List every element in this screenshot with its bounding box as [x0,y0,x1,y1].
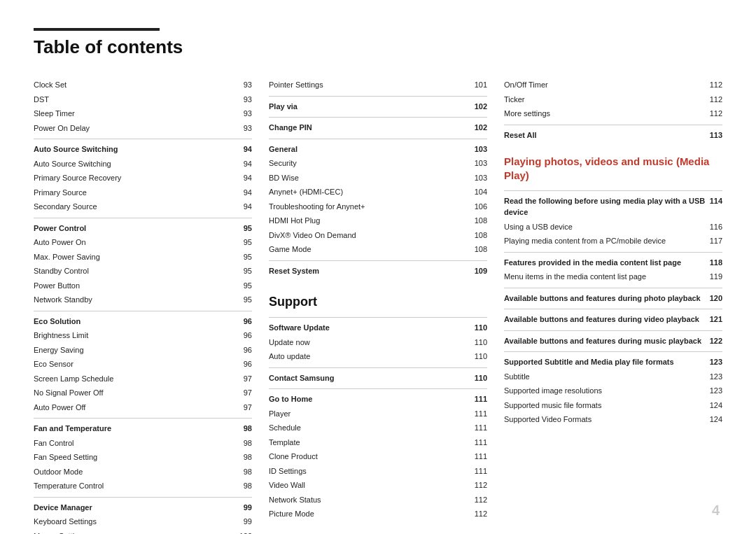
toc-page: 124 [706,400,722,412]
toc-label: Clock Set [34,79,66,91]
toc-page: 103 [470,143,487,155]
toc-item: General103 [269,142,487,157]
toc-page: 96 [235,344,252,356]
toc-item: BD Wise103 [269,171,487,185]
toc-page: 122 [706,335,722,347]
toc-page: 93 [235,94,252,106]
toc-item: Contact Samsung110 [269,371,487,386]
toc-item: Play via102 [269,99,487,114]
toc-page: 96 [235,330,252,342]
toc-label: Device Manager [34,502,92,514]
toc-item: Auto Source Switching94 [34,142,252,157]
toc-label: Auto Source Switching [34,143,118,155]
toc-label: Temperature Control [34,480,104,492]
toc-page: 94 [235,201,252,213]
toc-item: Software Update110 [269,321,487,335]
toc-item: Brightness Limit96 [34,328,252,343]
toc-item: Reset All113 [504,128,722,143]
toc-label: Fan and Temperature [34,423,111,435]
toc-item: Schedule111 [269,421,487,435]
toc-label: Outdoor Mode [34,466,83,478]
toc-page: 94 [235,158,252,170]
toc-item: Video Wall112 [269,478,487,493]
toc-page: 124 [706,414,722,426]
section-divider [269,96,487,97]
col1: Clock Set93DST93Sleep Timer93Power On De… [34,78,269,534]
toc-page: 98 [235,451,252,463]
section-divider [504,330,722,331]
toc-item: Ticker112 [504,92,722,107]
toc-item: No Signal Power Off97 [34,386,252,400]
toc-label: Ticker [504,94,525,106]
toc-label: Available buttons and features during ph… [504,293,701,304]
toc-page: 96 [235,358,252,370]
toc-page: 112 [706,108,722,120]
toc-page: 123 [706,371,722,383]
toc-label: Pointer Settings [269,79,323,91]
toc-item: Outdoor Mode98 [34,465,252,479]
toc-label: Using a USB device [504,221,573,233]
toc-page: 98 [235,437,252,449]
toc-page: 117 [706,235,722,247]
toc-page: 97 [235,387,252,399]
toc-page: 94 [235,172,252,184]
toc-page: 111 [470,393,487,405]
toc-label: Go to Home [269,393,312,405]
toc-item: Network Standby95 [34,293,252,307]
toc-label: Anynet+ (HDMI-CEC) [269,186,343,198]
toc-page: 98 [235,423,252,435]
toc-label: Power Control [34,223,86,234]
toc-item: Network Status112 [269,493,487,507]
toc-label: No Signal Power Off [34,387,103,399]
toc-label: Game Mode [269,244,312,255]
toc-label: Primary Source Recovery [34,172,121,184]
toc-page: 94 [235,143,252,155]
toc-page: 96 [235,316,252,328]
toc-page: 112 [470,508,487,520]
toc-item: Auto Source Switching94 [34,157,252,171]
toc-page: 111 [470,465,487,477]
toc-label: Fan Control [34,437,74,449]
toc-label: HDMI Hot Plug [269,215,320,227]
toc-item: Primary Source Recovery94 [34,171,252,185]
toc-item: Auto update110 [269,349,487,364]
toc-item: Available buttons and features during mu… [504,334,722,349]
toc-label: Screen Lamp Schedule [34,373,113,385]
toc-item: Menu items in the media content list pag… [504,269,722,284]
toc-page: 116 [706,221,722,233]
toc-item: Secondary Source94 [34,199,252,214]
toc-item: Keyboard Settings99 [34,514,252,529]
toc-item: Available buttons and features during vi… [504,312,722,327]
toc-label: Reset All [504,129,537,141]
section-divider [269,139,487,139]
toc-page: 98 [235,466,252,478]
toc-label: Keyboard Settings [34,516,97,528]
toc-item: Device Manager99 [34,500,252,515]
toc-page: 110 [470,372,487,384]
toc-item: Go to Home111 [269,392,487,407]
toc-label: Supported Video Formats [504,414,592,426]
toc-page: 97 [235,402,252,414]
toc-page: 110 [470,351,487,363]
toc-label: Video Wall [269,479,305,491]
toc-item: Change PIN102 [269,120,487,135]
toc-item: Supported Subtitle and Media play file f… [504,355,722,370]
toc-item: Fan Speed Setting98 [34,450,252,465]
toc-page: 93 [235,79,252,91]
section-divider [504,351,722,352]
toc-page: 112 [470,479,487,491]
toc-page: 95 [235,237,252,248]
toc-label: Supported Subtitle and Media play file f… [504,356,674,368]
section-divider [34,311,252,311]
toc-page: 106 [470,201,487,213]
toc-page: 109 [470,265,487,277]
toc-label: Eco Solution [34,316,80,328]
toc-page: 98 [235,480,252,492]
toc-item: Fan Control98 [34,436,252,451]
toc-item: Clock Set93 [34,78,252,92]
toc-page: 102 [470,122,487,134]
toc-page: 108 [470,230,487,241]
toc-item: Eco Sensor96 [34,357,252,372]
toc-page: 95 [235,223,252,234]
section-divider [269,317,487,318]
